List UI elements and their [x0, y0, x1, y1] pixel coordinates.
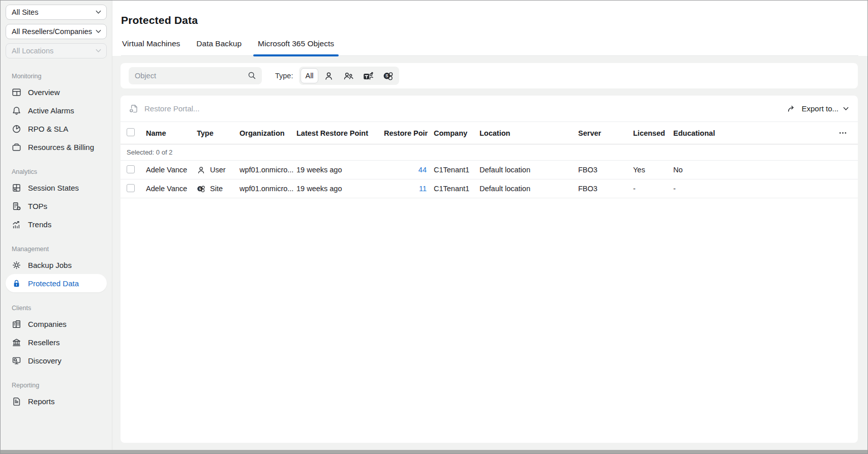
row-checkbox[interactable]: [127, 184, 135, 192]
cell-type: Site: [210, 185, 223, 193]
type-filter-teams[interactable]: [359, 68, 378, 83]
filter-bar: Type: All: [121, 63, 858, 88]
cell-organization: wpf01.onmicro...: [240, 185, 296, 193]
user-icon: [323, 71, 334, 81]
app-window: All Sites All Resellers/Companies All Lo…: [0, 0, 868, 454]
column-header-name[interactable]: Name: [146, 129, 197, 137]
cell-licensed: Yes: [633, 166, 673, 174]
building-plus-icon: [12, 201, 21, 211]
column-header-licensed[interactable]: Licensed: [633, 129, 673, 137]
gear-icon: [12, 260, 21, 270]
sidebar-item-label: Overview: [28, 88, 60, 97]
tab-data-backup[interactable]: Data Backup: [195, 39, 243, 55]
cell-latest-restore-point: 19 weeks ago: [296, 166, 384, 174]
cell-educational: -: [673, 185, 827, 193]
restore-points-link[interactable]: 44: [418, 166, 427, 174]
type-filter-all[interactable]: All: [301, 68, 318, 83]
table-empty-area: [121, 198, 858, 443]
tab-microsoft-365-objects[interactable]: Microsoft 365 Objects: [257, 39, 335, 55]
sidebar-item-resources-billing[interactable]: Resources & Billing: [6, 138, 107, 156]
svg-text:S: S: [199, 187, 201, 190]
sidebar-item-active-alarms[interactable]: Active Alarms: [6, 101, 107, 119]
column-header-organization[interactable]: Organization: [240, 129, 296, 137]
table-row[interactable]: Adele Vance S Site wpf01.onmicro... 19 w…: [121, 179, 858, 198]
export-to-label: Export to...: [801, 104, 839, 113]
tab-virtual-machines[interactable]: Virtual Machines: [121, 39, 181, 55]
column-header-location[interactable]: Location: [480, 129, 578, 137]
column-header-type[interactable]: Type: [197, 129, 240, 137]
sidebar-item-backup-jobs[interactable]: Backup Jobs: [6, 256, 107, 274]
type-filter-label: Type:: [275, 72, 293, 80]
trend-chart-icon: [12, 220, 21, 229]
restore-portal-icon: [129, 104, 139, 114]
chevron-down-icon: [96, 49, 101, 53]
type-filter-group-btn[interactable]: [339, 68, 358, 83]
object-search-input[interactable]: [129, 67, 262, 84]
cell-name: Adele Vance: [146, 166, 197, 174]
column-header-educational[interactable]: Educational: [673, 129, 827, 137]
sidebar-item-discovery[interactable]: Discovery: [6, 351, 107, 370]
table-row[interactable]: Adele Vance User wpf01.onmicro... 19 wee…: [121, 161, 858, 179]
type-filter-user[interactable]: [319, 68, 338, 83]
grid-icon: [12, 183, 21, 193]
sharepoint-icon: S: [197, 185, 205, 193]
cell-type: User: [210, 166, 226, 174]
monitor-search-icon: [12, 356, 21, 366]
column-header-server[interactable]: Server: [578, 129, 633, 137]
type-filter-sharepoint[interactable]: S: [379, 68, 398, 83]
restore-portal-button[interactable]: Restore Portal...: [129, 104, 199, 114]
section-label-monitoring: Monitoring: [12, 73, 107, 80]
main-content: Protected Data Virtual Machines Data Bac…: [112, 1, 867, 450]
teams-icon: [363, 71, 374, 81]
sidebar-item-overview[interactable]: Overview: [6, 83, 107, 101]
column-header-company[interactable]: Company: [428, 129, 480, 137]
type-filter-group: All: [299, 67, 399, 85]
resellers-companies-selector-value: All Resellers/Companies: [12, 27, 96, 36]
sites-selector-value: All Sites: [12, 8, 96, 16]
buildings-icon: [12, 319, 21, 329]
sidebar-item-tops[interactable]: TOPs: [6, 197, 107, 215]
section-label-analytics: Analytics: [12, 168, 107, 175]
restore-points-link[interactable]: 11: [419, 185, 427, 193]
sidebar-item-label: Protected Data: [28, 279, 79, 288]
protected-data-table-card: Restore Portal... Export to... Name Type…: [121, 96, 858, 443]
group-icon: [343, 71, 354, 81]
sidebar-item-label: Trends: [28, 220, 51, 229]
object-search: [129, 67, 262, 84]
sidebar-item-rpo-sla[interactable]: RPO & SLA: [6, 119, 107, 138]
sidebar-item-label: Companies: [28, 320, 67, 328]
select-all-checkbox[interactable]: [127, 128, 135, 136]
overview-icon: [12, 87, 21, 97]
cell-organization: wpf01.onmicro...: [240, 166, 296, 174]
sidebar-item-label: Reports: [28, 397, 55, 406]
cell-latest-restore-point: 19 weeks ago: [296, 185, 384, 193]
sidebar-item-resellers[interactable]: Resellers: [6, 333, 107, 351]
locations-selector-value: All Locations: [12, 47, 96, 55]
page-title: Protected Data: [112, 1, 867, 26]
sidebar-item-reports[interactable]: Reports: [6, 392, 107, 410]
sidebar-item-trends[interactable]: Trends: [6, 215, 107, 233]
bell-icon: [12, 106, 21, 115]
selection-summary: Selected: 0 of 2: [121, 144, 858, 161]
user-icon: [197, 166, 205, 174]
cell-location: Default location: [480, 185, 578, 193]
column-header-restore-points[interactable]: Restore Points: [384, 129, 428, 137]
export-to-button[interactable]: Export to...: [787, 104, 849, 113]
pie-chart-icon: [12, 124, 21, 134]
sidebar-item-companies[interactable]: Companies: [6, 315, 107, 333]
sidebar-item-label: TOPs: [28, 202, 47, 210]
page-header: Protected Data Virtual Machines Data Bac…: [112, 1, 867, 56]
cell-company: C1Tenant1: [428, 185, 480, 193]
row-checkbox[interactable]: [127, 165, 135, 173]
sidebar-item-session-states[interactable]: Session States: [6, 178, 107, 197]
column-header-latest-restore-point[interactable]: Latest Restore Point: [296, 129, 384, 137]
sites-selector[interactable]: All Sites: [6, 5, 107, 20]
window-bottom-edge: [1, 450, 867, 453]
cell-server: FBO3: [578, 185, 633, 193]
column-options-button[interactable]: [835, 128, 850, 138]
resellers-companies-selector[interactable]: All Resellers/Companies: [6, 24, 107, 39]
section-label-reporting: Reporting: [12, 382, 107, 389]
svg-text:S: S: [385, 73, 388, 78]
sidebar-item-protected-data[interactable]: Protected Data: [6, 274, 107, 292]
sidebar-item-label: RPO & SLA: [28, 125, 68, 133]
